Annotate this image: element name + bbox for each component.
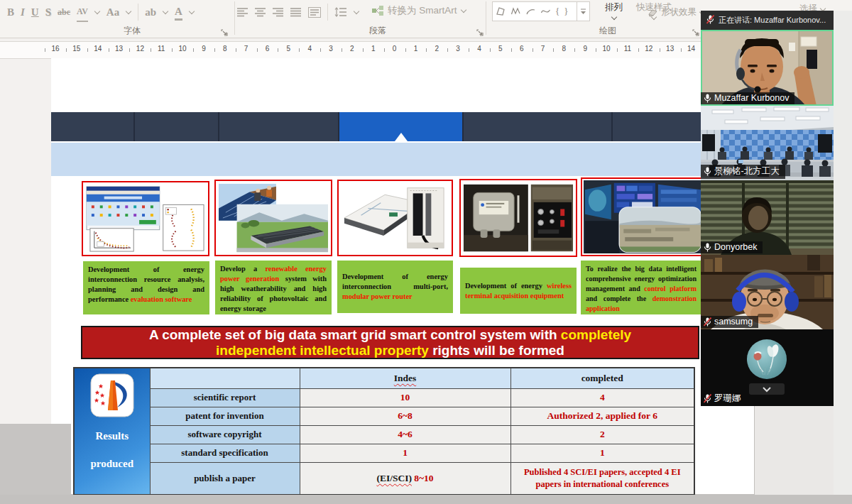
speaking-now-label: 正在讲话: Muzaffar Kurbonov... — [719, 15, 826, 26]
application-window: BIUSabcAVAaabA 字体 转换为 SmartArt 段落 — [0, 0, 852, 504]
chevron-down-icon — [163, 9, 168, 14]
organization-logo — [90, 373, 134, 417]
green-textbox-evaluation-software[interactable]: Development of energy interconnection re… — [83, 261, 209, 314]
left-brace-shape-icon[interactable]: { — [555, 6, 559, 17]
font-color-icon[interactable]: A — [175, 4, 182, 21]
table-header-indes: Indes — [300, 368, 510, 388]
line-spacing-icon[interactable] — [334, 7, 347, 17]
slide-nav-segment-2[interactable] — [135, 112, 219, 141]
participant-name-chip: samsumg — [701, 316, 758, 328]
table-cell: 10 — [300, 388, 510, 407]
arrange-label: 排列 — [605, 1, 623, 13]
chevron-down-icon — [126, 9, 131, 14]
table-cell: 6~8 — [300, 407, 510, 425]
video-tile-luoshanna[interactable]: 罗珊娜 — [701, 329, 834, 406]
chevron-down-icon — [460, 7, 466, 13]
green-textbox-power-router[interactable]: Development of energy interconnection mu… — [337, 261, 453, 313]
green-textbox-wireless-terminal[interactable]: Development of energy wireless terminal … — [460, 268, 577, 314]
participant-name-chip: 罗珊娜 — [701, 392, 747, 406]
collapse-panel-button[interactable] — [749, 383, 785, 395]
video-tile-donyorbek[interactable]: Donyorbek — [701, 180, 834, 255]
slide-section-navbar[interactable] — [51, 112, 755, 141]
italic-icon[interactable]: I — [21, 3, 25, 21]
group-divider — [486, 1, 486, 35]
slide-image-power-router[interactable] — [337, 180, 453, 256]
text-highlight-icon[interactable]: ab — [145, 3, 156, 21]
curve-shape-icon[interactable] — [540, 6, 551, 16]
slide-image-wireless-terminal[interactable] — [459, 179, 577, 257]
slide-image-analysis-software[interactable] — [82, 181, 209, 256]
video-tile-samsumg[interactable]: samsumg — [701, 255, 834, 329]
results-produced-cell: Results produced — [74, 368, 150, 495]
table-row[interactable]: publish a paper(EI/SCI) 8~10Published 4 … — [74, 462, 694, 495]
bold-icon[interactable]: B — [7, 3, 14, 21]
right-brace-shape-icon[interactable]: } — [564, 6, 568, 17]
slide-accent-band[interactable] — [51, 143, 755, 176]
participant-name-chip: Muzaffar Kurbonov — [701, 92, 794, 104]
video-tile-classroom[interactable]: 景柳铭-北方工大 — [701, 106, 834, 180]
separator — [138, 4, 138, 21]
font-group-label: 字体 — [104, 25, 160, 37]
results-label-line1: Results — [79, 430, 146, 442]
table-row[interactable]: software copyright4~62 — [74, 425, 694, 444]
table-row[interactable]: scientific report104 — [74, 388, 694, 407]
workspace-bottom-strip — [0, 495, 852, 504]
paragraph-dialog-launcher-icon[interactable] — [476, 27, 484, 35]
align-center-icon[interactable] — [255, 7, 266, 17]
text-shadow-icon[interactable]: S — [45, 3, 51, 21]
convert-to-smartart-button[interactable]: 转换为 SmartArt — [372, 4, 466, 17]
results-table[interactable]: Results produced Indes completed scienti… — [73, 367, 695, 495]
chevron-down-icon — [189, 9, 195, 14]
group-divider — [234, 1, 235, 35]
speaking-now-header: 正在讲话: Muzaffar Kurbonov... — [701, 11, 834, 30]
change-case-icon[interactable]: Aa — [106, 3, 119, 21]
slide-banner-headline[interactable]: A complete set of big data smart grid sm… — [81, 326, 699, 359]
table-header-empty — [150, 368, 300, 388]
slide-nav-segment-1[interactable] — [51, 112, 135, 141]
justify-icon[interactable] — [290, 7, 302, 17]
freeform-shape-icon[interactable] — [496, 6, 506, 16]
participant-name-chip: Donyorbek — [701, 241, 763, 253]
underline-icon[interactable]: U — [31, 3, 39, 21]
ruler-numbers: 1615141312111098765432101234567891011121… — [0, 42, 703, 58]
shape-effects-button[interactable]: 形状效果 — [648, 6, 705, 18]
results-label-line2: produced — [79, 458, 146, 470]
font-dialog-launcher-icon[interactable] — [221, 27, 229, 35]
table-cell: 4~6 — [300, 425, 510, 444]
table-row[interactable]: patent for invention6~8Authorized 2, app… — [74, 407, 694, 425]
align-right-icon[interactable] — [273, 7, 284, 17]
slide-nav-segment-5[interactable] — [464, 112, 613, 141]
green-textbox-control-platform[interactable]: To realize the big data intelligent comp… — [581, 261, 701, 314]
arrange-button[interactable]: 排列 — [605, 1, 623, 21]
slide-nav-segment-4[interactable] — [339, 112, 464, 141]
text-direction-icon[interactable] — [308, 7, 321, 18]
strikethrough-icon[interactable]: abc — [58, 3, 70, 21]
table-cell: patent for invention — [150, 407, 300, 425]
slide-image-control-center[interactable] — [581, 177, 705, 256]
table-header-completed: completed — [510, 368, 694, 388]
mic-muted-icon — [706, 15, 714, 26]
scribble-shape-icon[interactable] — [510, 6, 521, 16]
character-spacing-icon[interactable]: AV — [77, 2, 88, 22]
chevron-down-icon — [611, 14, 616, 20]
table-cell: 4 — [510, 388, 694, 407]
table-cell: publish a paper — [150, 462, 300, 495]
drawing-dialog-launcher-icon[interactable] — [692, 27, 700, 35]
table-cell: 1 — [300, 444, 510, 462]
separator — [327, 4, 328, 21]
chevron-down-icon — [354, 9, 359, 14]
slide-image-solar-plant[interactable] — [214, 180, 332, 256]
table-cell: scientific report — [150, 388, 300, 407]
slide-nav-segment-3[interactable] — [219, 112, 339, 141]
align-left-icon[interactable] — [237, 7, 248, 17]
table-cell: 1 — [510, 444, 694, 462]
table-cell: software copyright — [150, 425, 300, 444]
panel-right-gutter — [834, 11, 852, 495]
shapes-gallery-more-button[interactable] — [577, 2, 586, 21]
arc-shape-icon[interactable] — [525, 6, 536, 16]
video-call-panel[interactable]: 正在讲话: Muzaffar Kurbonov... — [701, 11, 834, 406]
shapes-gallery[interactable]: { } — [492, 1, 590, 21]
table-row[interactable]: standard specification11 — [74, 444, 694, 462]
green-textbox-renewable-energy[interactable]: Develop a renewable energy power generat… — [215, 261, 332, 314]
video-tile-muzaffar[interactable]: Muzaffar Kurbonov — [701, 30, 834, 106]
